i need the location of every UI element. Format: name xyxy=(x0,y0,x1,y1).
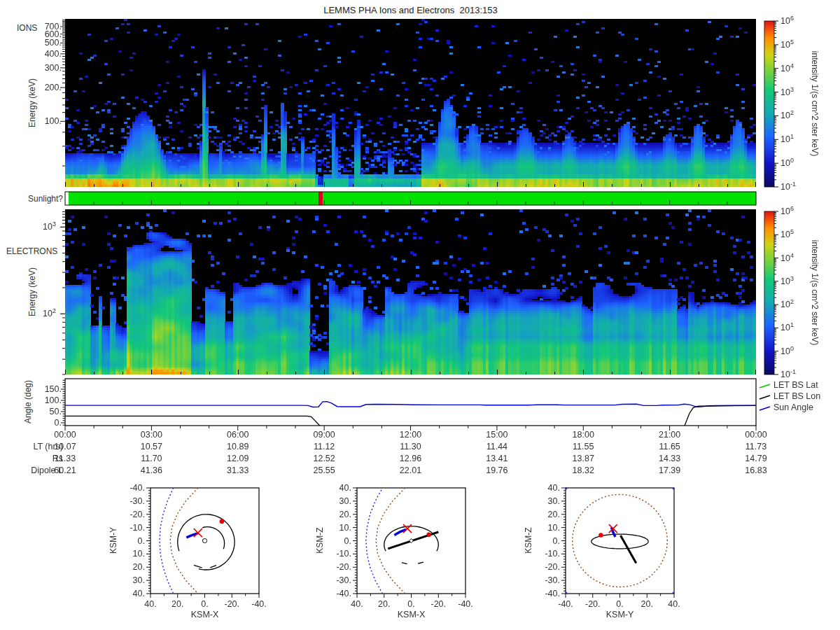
orbit3-ylabel: KSM-Z xyxy=(524,527,533,553)
colorbar-bar xyxy=(764,211,774,374)
ephemeris-value: 60.21 xyxy=(43,465,88,475)
orbit-stub xyxy=(402,563,407,564)
time-tick-label: 15:00 xyxy=(475,430,519,440)
legend-label: LET BS Lon xyxy=(774,391,820,401)
orbit-plot-1: -40.-30.-20.-10.0.10.20.30.40.40.20.0.-2… xyxy=(130,483,266,609)
ephemeris-value: 11.33 xyxy=(43,454,88,463)
orbit-ytick-label: 10. xyxy=(133,549,145,559)
time-tick-label: 18:00 xyxy=(561,430,606,440)
angle-ytick-label: 0. xyxy=(55,418,62,428)
orbit-xtick-label: 40. xyxy=(144,599,156,609)
colorbar-tick-label: 104 xyxy=(780,252,794,263)
ephemeris-value: 31.33 xyxy=(216,465,260,475)
angle-ytick-label: 150. xyxy=(45,384,62,394)
ephemeris-value: 11.73 xyxy=(734,442,778,451)
time-tick-label: 00:00 xyxy=(734,430,778,440)
orbit-ytick-label: -10. xyxy=(545,549,560,559)
ephemeris-value: 41.36 xyxy=(129,465,174,475)
electrons-ytick-label: 102 xyxy=(43,307,56,318)
bow-shock xyxy=(366,488,383,594)
orbit-ytick-label: -30. xyxy=(130,496,145,506)
ions-ytick-label: 500. xyxy=(45,38,62,48)
orbit2-ylabel: KSM-Z xyxy=(315,527,325,553)
ephemeris-value: 11.12 xyxy=(302,442,346,451)
sunlight-segment xyxy=(69,192,318,205)
ephemeris-value: 13.41 xyxy=(475,454,519,463)
corner-point xyxy=(566,592,568,594)
electrons-y-axis: 103102 xyxy=(43,211,65,374)
colorbar-tick-label: 10-1 xyxy=(780,368,796,379)
ephemeris-value: 16.83 xyxy=(734,465,778,475)
ions-ytick-label: 100. xyxy=(45,116,62,126)
sunlight-segment xyxy=(318,192,323,205)
orbit-ytick-label: -20. xyxy=(336,562,351,572)
angle-ytick-label: 100. xyxy=(45,396,62,405)
legend-item: LET BS Lon xyxy=(759,391,820,402)
orbit-xtick-label: 20. xyxy=(378,599,390,609)
ephemeris-value: 12.96 xyxy=(388,454,433,463)
orbit-ytick-label: 10. xyxy=(548,523,560,533)
ephemeris-value: 11.55 xyxy=(561,442,606,451)
orbit-xtick-label: -20. xyxy=(585,599,601,609)
colorbar-tick-label: 101 xyxy=(780,321,794,332)
orbit-ytick-label: -20. xyxy=(130,510,145,519)
orbit-ytick-label: 20. xyxy=(340,510,351,519)
orbit-xtick-label: -40. xyxy=(458,599,473,609)
orbit-ytick-label: 0. xyxy=(553,536,560,546)
electrons-colorbar-label: intensity 1/(s cm^2 ster keV) xyxy=(810,240,820,345)
magnetopause xyxy=(573,495,668,587)
ions-colorbar-label: intensity 1/(s cm^2 ster keV) xyxy=(810,51,820,156)
orbit-stub xyxy=(210,566,216,568)
colorbar-tick-label: 10-1 xyxy=(780,181,796,192)
orbit2-xlabel: KSM-X xyxy=(357,610,465,620)
legend-swatch-line xyxy=(759,393,771,400)
orbit-ytick-label: -40. xyxy=(545,589,560,598)
legend-swatch-line xyxy=(759,405,771,412)
reference-marker xyxy=(220,519,224,524)
magnetopause xyxy=(170,488,198,594)
orbit3-xlabel: KSM-Y xyxy=(566,610,674,620)
orbit-ytick-label: 20. xyxy=(133,562,145,572)
orbit-ytick-label: 0. xyxy=(138,536,145,546)
sunlight-segment xyxy=(323,192,756,205)
ephemeris-value: 18.32 xyxy=(561,465,606,475)
ephemeris-value: 10.89 xyxy=(216,442,260,451)
ephemeris-value: 14.33 xyxy=(648,454,692,463)
legend-item: LET BS Lat xyxy=(759,380,818,391)
colorbar-tick-label: 102 xyxy=(780,298,794,309)
ephemeris-value: 13.87 xyxy=(561,454,606,463)
time-tick-label: 09:00 xyxy=(302,430,346,440)
orbit-ytick-label: -20. xyxy=(545,562,560,572)
orbit-plot-2: 40.30.20.10.0.-10.-20.-30.-40.40.20.0.-2… xyxy=(336,483,472,609)
time-tick-label: 21:00 xyxy=(648,430,692,440)
colorbar-bar xyxy=(764,21,774,187)
time-tick-label: 03:00 xyxy=(129,430,174,440)
sunlight-segment xyxy=(65,192,69,205)
ephemeris-value: 19.76 xyxy=(475,465,519,475)
colorbar-tick-label: 102 xyxy=(780,109,794,120)
saturn-marker xyxy=(202,538,206,542)
orbit-plot-3: 40.30.20.10.0.-10.-20.-30.-40.-40.-20.0.… xyxy=(545,483,680,609)
reference-marker xyxy=(598,533,603,537)
lemms-plot-page: LEMMS PHA Ions and Electrons 2013:153 IO… xyxy=(0,0,840,630)
orbit-frame xyxy=(566,488,674,594)
bow-shock xyxy=(160,488,174,594)
ions-ytick-label: 400. xyxy=(45,49,62,59)
reference-marker xyxy=(426,533,430,537)
ephemeris-value: 25.55 xyxy=(302,465,346,475)
ions-y-axis: 700.600.500.400.300.200.100. xyxy=(45,20,65,166)
orbit-ytick-label: 30. xyxy=(340,496,351,506)
angle-frame xyxy=(65,379,756,426)
time-tick-label: 00:00 xyxy=(43,430,88,440)
orbit-ytick-label: -40. xyxy=(130,483,145,493)
colorbar-tick-label: 106 xyxy=(780,205,794,216)
angle-series-sun-angle xyxy=(65,402,756,407)
colorbar-tick-label: 103 xyxy=(780,275,794,286)
ephemeris-value: 12.09 xyxy=(216,454,260,463)
colorbar xyxy=(764,211,778,374)
ephemeris-value: 12.52 xyxy=(302,454,346,463)
orbit-ytick-label: 0. xyxy=(344,536,351,546)
colorbar-tick-label: 104 xyxy=(780,62,794,74)
ephemeris-value: 11.44 xyxy=(475,442,519,451)
orbit-stub xyxy=(194,565,202,568)
